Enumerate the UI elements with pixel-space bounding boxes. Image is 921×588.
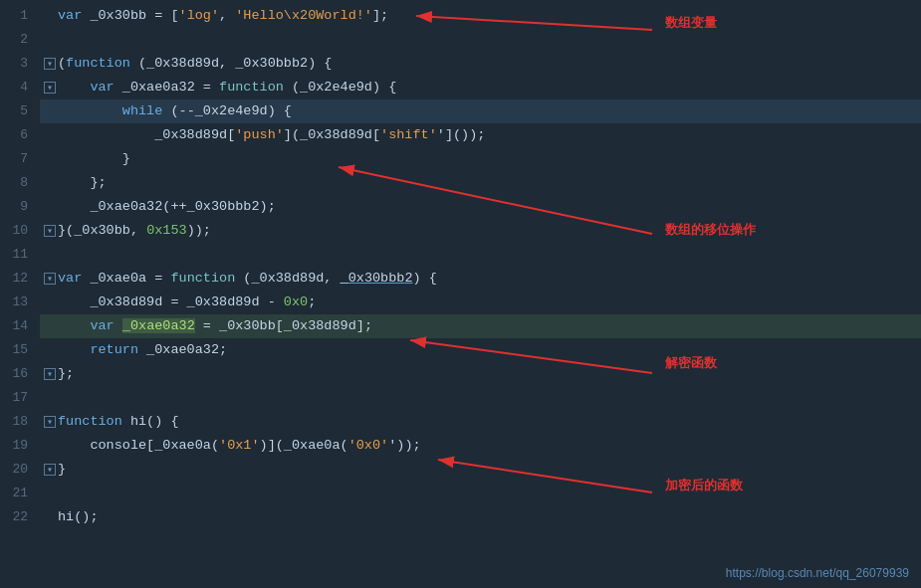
line-number-7: 7 [0, 147, 40, 171]
line-number-19: 19 [0, 434, 40, 458]
line-content-3: ▾(function (_0x38d89d, _0x30bbb2) { [40, 52, 921, 76]
code-line-10: 10▾}(_0x30bb, 0x153)); [0, 219, 921, 243]
line-content-9: _0xae0a32(++_0x30bbb2); [40, 195, 921, 219]
keyword-token: var [90, 318, 114, 333]
operator-token: (_0x38d89d, [235, 271, 340, 286]
punctuation-token: ( [58, 56, 66, 71]
code-line-3: 3▾(function (_0x38d89d, _0x30bbb2) { [0, 52, 921, 76]
code-lines: 1var _0x30bb = ['log', 'Hello\x20World!'… [0, 0, 921, 533]
operator-token [58, 80, 90, 95]
operator-token: _0x30bb = [ [82, 8, 178, 23]
string-token: 'Hello\x20World!' [235, 8, 372, 23]
line-number-3: 3 [0, 52, 40, 76]
operator-token: }; [58, 175, 107, 190]
line-number-16: 16 [0, 362, 40, 386]
line-number-15: 15 [0, 338, 40, 362]
line-number-17: 17 [0, 386, 40, 410]
operator-token: _0x38d89d[ [58, 127, 235, 142]
operator-token: } [58, 462, 66, 477]
keyword-token: return [90, 342, 138, 357]
keyword-token: var [58, 271, 82, 286]
operator-token [58, 103, 122, 118]
operator-token: _0xae0a( [284, 438, 348, 453]
code-line-14: 14 var _0xae0a32 = _0x30bb[_0x38d89d]; [0, 314, 921, 338]
line-content-15: return _0xae0a32; [40, 338, 921, 362]
code-line-13: 13 _0x38d89d = _0x38d89d - 0x0; [0, 291, 921, 314]
line-number-22: 22 [0, 505, 40, 529]
operator-token [58, 342, 90, 357]
string-token: '0x1' [219, 438, 260, 453]
operator-token: )]( [260, 438, 284, 453]
line-content-10: ▾}(_0x30bb, 0x153)); [40, 219, 921, 243]
line-content-4: ▾ var _0xae0a32 = function (_0x2e4e9d) { [40, 76, 921, 99]
fold-icon-12[interactable]: ▾ [44, 273, 56, 285]
operator-token: _0xae0a32(++_0x30bbb2); [58, 199, 276, 214]
code-line-16: 16▾}; [0, 362, 921, 386]
line-number-20: 20 [0, 458, 40, 482]
line-number-5: 5 [0, 99, 40, 123]
line-content-11 [40, 243, 921, 267]
function-keyword-token: function [170, 271, 235, 286]
line-number-4: 4 [0, 76, 40, 99]
operator-token: )); [187, 223, 211, 238]
line-content-12: ▾var _0xae0a = function (_0x38d89d, _0x3… [40, 267, 921, 291]
operator-token: = _0x30bb[_0x38d89d]; [195, 318, 372, 333]
code-line-1: 1var _0x30bb = ['log', 'Hello\x20World!'… [0, 4, 921, 28]
operator-token: ) { [413, 271, 437, 286]
code-line-11: 11 [0, 243, 921, 267]
number-token: 0x0 [284, 294, 308, 309]
line-number-8: 8 [0, 171, 40, 195]
line-content-14: var _0xae0a32 = _0x30bb[_0x38d89d]; [40, 314, 921, 338]
operator-token: hi() { [122, 414, 179, 429]
fold-icon-18[interactable]: ▾ [44, 416, 56, 428]
line-content-21 [40, 482, 921, 505]
operator-token: ]( [284, 127, 300, 142]
fold-icon-4[interactable]: ▾ [44, 82, 56, 94]
line-content-22: hi(); [40, 505, 921, 529]
keyword-token: var [58, 8, 82, 23]
code-line-22: 22hi(); [0, 505, 921, 529]
code-line-2: 2 [0, 28, 921, 52]
line-number-14: 14 [0, 314, 40, 338]
highlight-token: _0xae0a32 [122, 318, 195, 333]
line-number-11: 11 [0, 243, 40, 267]
line-content-5: while (--_0x2e4e9d) { [40, 99, 921, 123]
fold-icon-16[interactable]: ▾ [44, 368, 56, 380]
operator-token: console[_0xae0a( [58, 438, 219, 453]
code-line-6: 6 _0x38d89d['push'](_0x38d89d['shift''](… [0, 123, 921, 147]
operator-token: (_0x38d89d, _0x30bbb2) { [130, 56, 333, 71]
operator-token: }; [58, 366, 74, 381]
line-content-2 [40, 28, 921, 52]
line-number-1: 1 [0, 4, 40, 28]
line-content-7: } [40, 147, 921, 171]
line-content-16: ▾}; [40, 362, 921, 386]
line-content-6: _0x38d89d['push'](_0x38d89d['shift'']())… [40, 123, 921, 147]
operator-token: _0x38d89d[ [300, 127, 380, 142]
punctuation-token: } [58, 223, 66, 238]
operator-token: hi(); [58, 509, 99, 524]
code-line-21: 21 [0, 482, 921, 505]
string-token: 'shift' [380, 127, 437, 142]
string-token: 'push' [235, 127, 284, 142]
line-content-17 [40, 386, 921, 410]
code-line-19: 19 console[_0xae0a('0x1')](_0xae0a('0x0'… [0, 434, 921, 458]
code-line-17: 17 [0, 386, 921, 410]
line-number-10: 10 [0, 219, 40, 243]
code-line-8: 8 }; [0, 171, 921, 195]
operator-token: ; [308, 294, 316, 309]
line-number-9: 9 [0, 195, 40, 219]
keyword-token: function [66, 56, 130, 71]
underline-token: _0x30bbb2 [341, 271, 413, 286]
fold-icon-3[interactable]: ▾ [44, 58, 56, 70]
line-number-6: 6 [0, 123, 40, 147]
fold-icon-20[interactable]: ▾ [44, 464, 56, 476]
watermark: https://blog.csdn.net/qq_26079939 [726, 566, 909, 580]
fold-icon-10[interactable]: ▾ [44, 225, 56, 237]
line-content-1: var _0x30bb = ['log', 'Hello\x20World!']… [40, 4, 921, 28]
operator-token: _0x38d89d = _0x38d89d - [58, 294, 284, 309]
operator-token: ')); [388, 438, 420, 453]
line-number-12: 12 [0, 267, 40, 291]
code-line-4: 4▾ var _0xae0a32 = function (_0x2e4e9d) … [0, 76, 921, 99]
line-content-18: ▾function hi() { [40, 410, 921, 434]
line-content-19: console[_0xae0a('0x1')](_0xae0a('0x0''))… [40, 434, 921, 458]
